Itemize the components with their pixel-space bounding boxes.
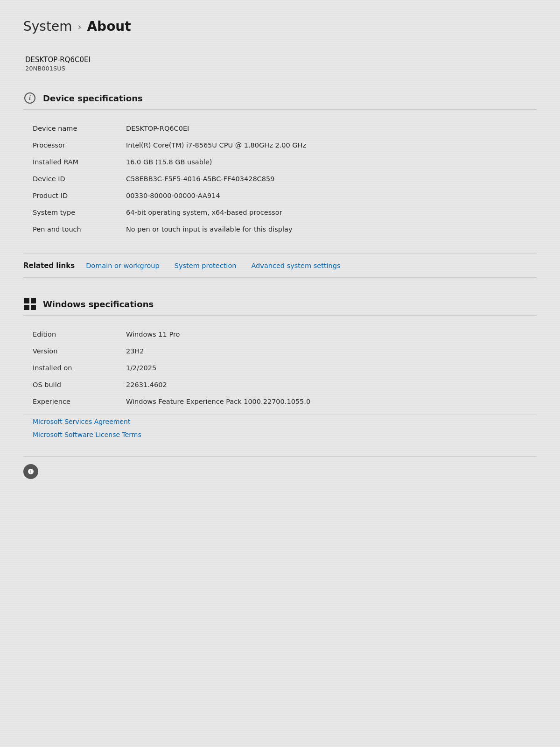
spec-value-ram: 16.0 GB (15.8 GB usable)	[126, 158, 537, 166]
device-specs-table: Device name DESKTOP-RQ6C0EI Processor In…	[23, 121, 537, 239]
device-identity: DESKTOP-RQ6C0EI 20NB001SUS	[23, 56, 537, 72]
win-spec-value-os-build: 22631.4602	[126, 381, 537, 388]
win-spec-value-installed-on: 1/2/2025	[126, 364, 537, 372]
link-ms-services-agreement[interactable]: Microsoft Services Agreement	[23, 415, 537, 428]
windows-specs-title: Windows specifications	[43, 299, 154, 309]
win-spec-label-version: Version	[33, 347, 126, 355]
spec-value-pen-touch: No pen or touch input is available for t…	[126, 226, 537, 233]
spec-row-processor: Processor Intel(R) Core(TM) i7-8565U CPU…	[33, 138, 537, 155]
page-header: System › About	[23, 19, 537, 39]
win-spec-label-edition: Edition	[33, 331, 126, 338]
win-spec-label-installed-on: Installed on	[33, 364, 126, 372]
link-advanced-system-settings[interactable]: Advanced system settings	[251, 262, 340, 269]
header-system: System	[23, 19, 72, 34]
link-system-protection[interactable]: System protection	[175, 262, 237, 269]
spec-label-product-id: Product ID	[33, 192, 126, 199]
related-links-section: Related links Domain or workgroup System…	[23, 254, 537, 278]
spec-row-device-name: Device name DESKTOP-RQ6C0EI	[33, 121, 537, 138]
windows-specs-header: Windows specifications	[23, 293, 537, 316]
header-about: About	[87, 19, 131, 34]
win-spec-value-version: 23H2	[126, 347, 537, 355]
win-spec-value-experience: Windows Feature Experience Pack 1000.227…	[126, 398, 537, 405]
spec-value-processor: Intel(R) Core(TM) i7-8565U CPU @ 1.80GHz…	[126, 141, 537, 149]
spec-label-ram: Installed RAM	[33, 158, 126, 166]
spec-value-device-name: DESKTOP-RQ6C0EI	[126, 125, 537, 132]
link-ms-software-license[interactable]: Microsoft Software License Terms	[23, 428, 537, 441]
info-icon: i	[23, 92, 36, 105]
spec-row-ram: Installed RAM 16.0 GB (15.8 GB usable)	[33, 155, 537, 171]
spec-label-processor: Processor	[33, 141, 126, 149]
spec-row-device-id: Device ID C58EBB3C-F5F5-4016-A5BC-FF4034…	[33, 171, 537, 188]
bottom-circle-icon	[23, 464, 38, 479]
link-domain-workgroup[interactable]: Domain or workgroup	[86, 262, 160, 269]
spec-label-device-name: Device name	[33, 125, 126, 132]
win-spec-row-version: Version 23H2	[33, 344, 537, 360]
header-chevron: ›	[77, 21, 81, 32]
win-spec-row-experience: Experience Windows Feature Experience Pa…	[33, 394, 537, 411]
spec-row-system-type: System type 64-bit operating system, x64…	[33, 205, 537, 222]
spec-value-device-id: C58EBB3C-F5F5-4016-A5BC-FF403428C859	[126, 175, 537, 183]
win-spec-row-edition: Edition Windows 11 Pro	[33, 327, 537, 344]
spec-row-product-id: Product ID 00330-80000-00000-AA914	[33, 188, 537, 205]
related-links-label: Related links	[23, 261, 75, 270]
windows-logo-icon	[23, 297, 36, 310]
win-spec-row-installed-on: Installed on 1/2/2025	[33, 360, 537, 377]
win-spec-value-edition: Windows 11 Pro	[126, 331, 537, 338]
spec-label-device-id: Device ID	[33, 175, 126, 183]
spec-label-system-type: System type	[33, 209, 126, 216]
win-spec-label-os-build: OS build	[33, 381, 126, 388]
device-specs-title: Device specifications	[43, 93, 143, 103]
device-hostname: DESKTOP-RQ6C0EI	[25, 56, 537, 64]
bottom-icon-area	[23, 457, 537, 479]
device-specs-header: i Device specifications	[23, 87, 537, 110]
spec-row-pen-touch: Pen and touch No pen or touch input is a…	[33, 222, 537, 239]
windows-specs-table: Edition Windows 11 Pro Version 23H2 Inst…	[23, 327, 537, 411]
spec-value-product-id: 00330-80000-00000-AA914	[126, 192, 537, 199]
device-specs-section: i Device specifications Device name DESK…	[23, 87, 537, 239]
device-model: 20NB001SUS	[25, 65, 537, 72]
win-spec-row-os-build: OS build 22631.4602	[33, 377, 537, 394]
spec-value-system-type: 64-bit operating system, x64-based proce…	[126, 209, 537, 216]
spec-label-pen-touch: Pen and touch	[33, 226, 126, 233]
windows-specs-section: Windows specifications Edition Windows 1…	[23, 293, 537, 441]
win-spec-label-experience: Experience	[33, 398, 126, 405]
